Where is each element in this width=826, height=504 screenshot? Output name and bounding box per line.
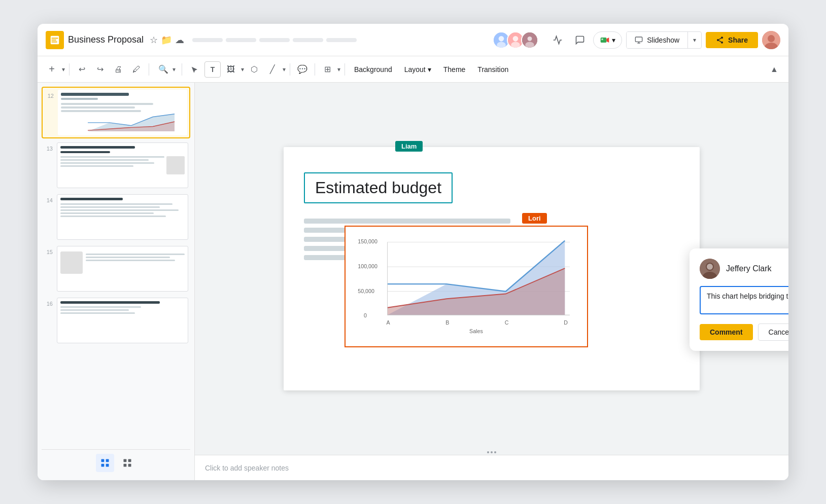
slide-item-13[interactable]: 13 (42, 140, 190, 190)
top-bar: Business Proposal ☆ 📁 ☁ (38, 24, 788, 56)
svg-point-19 (721, 37, 723, 39)
svg-text:D: D (564, 319, 568, 326)
cloud-icon[interactable]: ☁ (175, 34, 184, 46)
svg-rect-34 (128, 459, 131, 462)
svg-text:B: B (445, 319, 449, 326)
svg-rect-3 (52, 41, 57, 42)
cursor-liam-label: Liam (395, 141, 423, 152)
slide-item-14[interactable]: 14 (42, 192, 190, 242)
slide-thumb-14 (57, 194, 188, 240)
file-actions: ☆ 📁 ☁ (150, 34, 184, 46)
file-name: Business Proposal (68, 34, 144, 45)
activity-icon[interactable] (548, 31, 567, 49)
svg-rect-35 (123, 464, 126, 467)
svg-rect-1 (52, 38, 58, 39)
slide-title-box[interactable]: Estimated budget (304, 172, 453, 203)
slide-title: Estimated budget (315, 178, 441, 197)
meet-button[interactable]: ▾ (593, 31, 622, 49)
folder-icon[interactable]: 📁 (161, 34, 172, 46)
zoom-group: 🔍 ▾ (153, 61, 178, 78)
svg-point-8 (513, 36, 519, 42)
zoom-button[interactable]: 🔍 (155, 61, 171, 78)
svg-text:A: A (387, 319, 391, 326)
star-icon[interactable]: ☆ (150, 34, 158, 46)
cursor-lori: Lori (522, 213, 547, 224)
svg-rect-30 (106, 459, 109, 462)
slide-number-12: 12 (45, 93, 54, 99)
collaborator-avatar-3 (521, 31, 538, 49)
slide-canvas: Liam Estimated budget (284, 147, 700, 390)
slide-thumb-15 (57, 246, 188, 292)
svg-rect-16 (636, 37, 642, 42)
svg-rect-33 (123, 459, 126, 462)
slide-thumb-13 (57, 142, 188, 188)
print-button[interactable]: 🖨 (110, 61, 126, 78)
svg-rect-2 (52, 40, 56, 41)
svg-text:100,000: 100,000 (358, 263, 377, 269)
slide-number-13: 13 (44, 146, 53, 152)
background-label: Background (354, 65, 392, 74)
comment-tool[interactable]: 💬 (294, 61, 311, 78)
slide-item-12[interactable]: 12 (42, 87, 190, 138)
menu-pill-5 (326, 38, 357, 42)
user-avatar[interactable] (762, 31, 780, 49)
collapse-toolbar-button[interactable]: ▲ (766, 61, 782, 78)
layout-label: Layout (404, 65, 426, 74)
chart-area[interactable]: 150,000 100,000 50,000 0 (345, 226, 588, 347)
chart-svg: 150,000 100,000 50,000 0 (354, 235, 579, 338)
content-line-1 (304, 219, 510, 224)
comment-input[interactable] (700, 286, 788, 314)
redo-button[interactable]: ↪ (92, 61, 108, 78)
svg-point-11 (528, 36, 532, 41)
comment-submit-button[interactable]: Comment (700, 324, 753, 340)
svg-point-57 (707, 264, 713, 270)
comment-header: Jeffery Clark (700, 259, 788, 279)
background-button[interactable]: Background (349, 63, 397, 76)
share-button[interactable]: Share (706, 32, 758, 48)
filmstrip-view-button[interactable] (96, 454, 114, 472)
paint-format-button[interactable]: 🖊 (128, 61, 145, 78)
svg-text:C: C (505, 319, 509, 326)
slideshow-main-button[interactable]: Slideshow (627, 32, 688, 48)
slideshow-label: Slideshow (647, 36, 679, 44)
svg-rect-29 (101, 459, 104, 462)
theme-button[interactable]: Theme (438, 63, 471, 76)
layout-insert-button[interactable]: ⊞ (319, 61, 335, 78)
menu-pill-4 (293, 38, 323, 42)
svg-rect-32 (106, 464, 109, 467)
comment-icon[interactable] (571, 31, 589, 49)
svg-text:0: 0 (364, 312, 367, 318)
slides-app-icon (46, 31, 64, 49)
comment-actions: Comment Cancel (700, 323, 788, 341)
select-tool[interactable] (186, 61, 202, 78)
slide-panel: 12 (38, 83, 195, 480)
slideshow-dropdown-button[interactable]: ▾ (688, 32, 701, 48)
svg-point-9 (511, 42, 520, 48)
comment-cancel-button[interactable]: Cancel (758, 323, 788, 341)
notes-drag-handle (487, 451, 496, 453)
menu-bar (192, 38, 357, 42)
slide-item-15[interactable]: 15 (42, 244, 190, 294)
slide-item-16[interactable]: 16 (42, 296, 190, 345)
line-tool[interactable]: ╱ (264, 61, 281, 78)
undo-button[interactable]: ↩ (74, 61, 90, 78)
speaker-notes[interactable]: Click to add speaker notes (195, 455, 788, 480)
toolbar: + ▾ ↩ ↪ 🖨 🖊 🔍 ▾ T 🖼 ▾ ⬡ ╱ ▾ 💬 ⊞ ▾ Bac (38, 56, 788, 83)
layout-button[interactable]: Layout ▾ (399, 63, 436, 76)
transition-button[interactable]: Transition (472, 63, 513, 76)
main-content: 12 (38, 83, 788, 480)
collaborators (493, 31, 538, 49)
shape-tool[interactable]: ⬡ (246, 61, 262, 78)
slide-number-15: 15 (44, 249, 53, 255)
grid-view-button[interactable] (118, 454, 136, 472)
text-tool[interactable]: T (204, 61, 221, 78)
slideshow-button-group: Slideshow ▾ (626, 31, 702, 49)
image-tool[interactable]: 🖼 (223, 61, 239, 78)
share-label: Share (728, 36, 748, 44)
insert-button[interactable]: + (44, 61, 60, 78)
editor-area: Liam Estimated budget (195, 83, 788, 480)
svg-text:50,000: 50,000 (358, 288, 374, 294)
svg-text:Sales: Sales (469, 328, 483, 334)
slide-thumb-12 (58, 90, 187, 135)
svg-line-22 (719, 41, 721, 42)
